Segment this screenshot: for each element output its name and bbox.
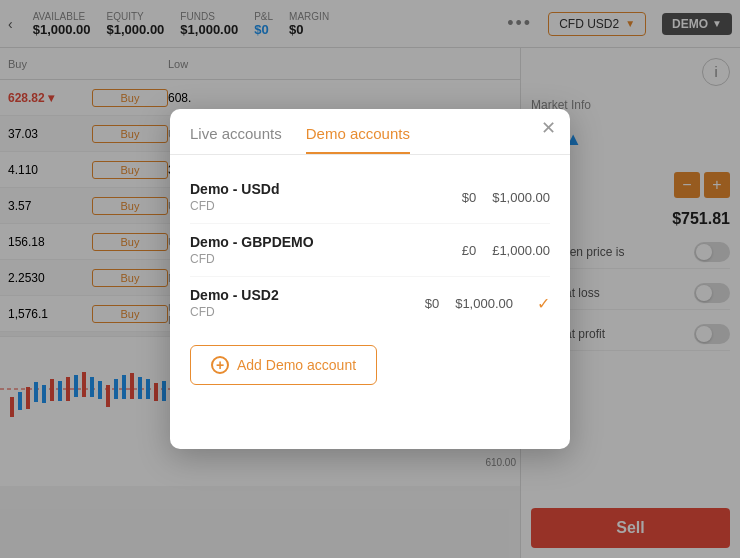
account-name-gbpdemo: Demo - GBPDEMO — [190, 234, 462, 250]
modal-body: Demo - USDd CFD $0 $1,000.00 Demo - GBPD… — [170, 155, 570, 409]
tab-live-accounts[interactable]: Live accounts — [190, 125, 282, 154]
modal-tabs: Live accounts Demo accounts — [170, 109, 570, 155]
account-amount2-usdd: $1,000.00 — [492, 190, 550, 205]
account-type-usdd: CFD — [190, 199, 462, 213]
modal-overlay: ✕ Live accounts Demo accounts Demo - USD… — [0, 0, 740, 558]
account-row-usd2[interactable]: Demo - USD2 CFD $0 $1,000.00 ✓ — [190, 277, 550, 329]
add-demo-account-label: Add Demo account — [237, 357, 356, 373]
account-row-gbpdemo[interactable]: Demo - GBPDEMO CFD £0 £1,000.00 — [190, 224, 550, 277]
account-amount1-gbpdemo: £0 — [462, 243, 476, 258]
modal-close-button[interactable]: ✕ — [541, 119, 556, 137]
account-amounts-usdd: $0 $1,000.00 — [462, 190, 550, 205]
account-amounts-gbpdemo: £0 £1,000.00 — [462, 243, 550, 258]
account-type-gbpdemo: CFD — [190, 252, 462, 266]
account-row-usdd[interactable]: Demo - USDd CFD $0 $1,000.00 — [190, 171, 550, 224]
account-info-usdd: Demo - USDd CFD — [190, 181, 462, 213]
account-amount1-usd2: $0 — [425, 296, 439, 311]
tab-demo-accounts[interactable]: Demo accounts — [306, 125, 410, 154]
modal: ✕ Live accounts Demo accounts Demo - USD… — [170, 109, 570, 449]
account-name-usd2: Demo - USD2 — [190, 287, 425, 303]
account-info-usd2: Demo - USD2 CFD — [190, 287, 425, 319]
selected-check-icon: ✓ — [537, 294, 550, 313]
account-info-gbpdemo: Demo - GBPDEMO CFD — [190, 234, 462, 266]
account-type-usd2: CFD — [190, 305, 425, 319]
account-name-usdd: Demo - USDd — [190, 181, 462, 197]
account-amounts-usd2: $0 $1,000.00 ✓ — [425, 294, 550, 313]
account-amount1-usdd: $0 — [462, 190, 476, 205]
account-amount2-gbpdemo: £1,000.00 — [492, 243, 550, 258]
account-amount2-usd2: $1,000.00 — [455, 296, 513, 311]
plus-circle-icon: + — [211, 356, 229, 374]
add-demo-account-button[interactable]: + Add Demo account — [190, 345, 377, 385]
